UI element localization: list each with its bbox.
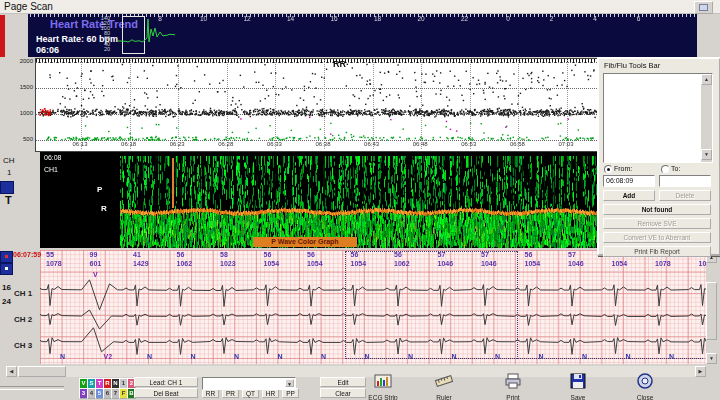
to-radio[interactable] [661, 165, 670, 174]
lead-button[interactable]: Lead: CH 1 [134, 377, 198, 387]
rr-x-tick: 06:58 [504, 141, 530, 147]
beat-rr-value: 1054 [264, 260, 280, 267]
del-beat-button[interactable]: Del Beat [134, 388, 198, 398]
channel-label-ch2[interactable]: CH 2 [14, 315, 32, 324]
rr-x-tick: 06:43 [359, 141, 385, 147]
not-found-button[interactable]: Not found [603, 204, 711, 215]
pwave-caption: P Wave Color Graph [253, 237, 357, 247]
beat-annotation[interactable]: N [147, 353, 152, 360]
rr-x-tick: 06:33 [261, 141, 287, 147]
add-button[interactable]: Add [603, 190, 655, 201]
ruler-button[interactable]: Ruler [422, 373, 466, 397]
ecg-marker-1[interactable] [0, 251, 13, 263]
beat-annotation[interactable]: N [191, 353, 196, 360]
ecg-strip-icon [373, 375, 393, 392]
beat-rr-value: 1023 [220, 260, 236, 267]
spec-gutter-1: 1 [7, 168, 11, 177]
hour-ruler-number: 2 [547, 15, 557, 22]
beat-annotation[interactable]: N [278, 353, 283, 360]
fib-flu-tools-panel: Fib/Flu Tools Bar ▲ ▼ From: To: 06:08:09… [597, 57, 720, 256]
close-button[interactable]: Close [623, 373, 667, 397]
from-time-input[interactable]: 06:08:09 [603, 175, 655, 187]
beat-hr-value: 57 [568, 251, 576, 258]
statusbar-groove [0, 386, 64, 390]
left-marker-stripe [0, 15, 5, 57]
beat-hr-value: 99 [90, 251, 98, 258]
hscroll-thumb[interactable] [18, 366, 66, 377]
beat-annotation[interactable]: N [321, 353, 326, 360]
to-label: To: [671, 165, 680, 172]
close-icon [635, 375, 655, 392]
ecg-strip-time: 06:07:59 [13, 251, 41, 258]
rr-x-tick: 06:53 [456, 141, 482, 147]
print-button[interactable]: Print [491, 373, 535, 397]
ecg-waveforms [40, 266, 706, 364]
scroll-down-icon[interactable]: ▼ [706, 353, 717, 364]
ecg-strip[interactable]: 551078N99601V2411429N561062N581023N56105… [40, 250, 706, 364]
listbox-up-icon[interactable]: ▲ [701, 74, 712, 85]
rr-x-tick: 06:48 [407, 141, 433, 147]
vscroll-thumb[interactable] [706, 282, 717, 340]
ecg-horizontal-scrollbar[interactable]: ◀ ▶ [6, 366, 706, 377]
listbox-down-icon[interactable]: ▼ [701, 149, 712, 160]
beat-rr-value: 1046 [438, 260, 454, 267]
beat-rr-value: 1078 [655, 260, 671, 267]
listbox-scrollbar[interactable]: ▲ ▼ [701, 74, 712, 162]
ecg-strip-label: ECG Strip [361, 394, 405, 400]
selection-trail [517, 358, 703, 359]
ecg-marker-2[interactable] [0, 263, 13, 275]
close-label: Close [623, 394, 667, 400]
print-fib-button[interactable]: Print Fib Report [603, 246, 711, 257]
beat-hr-value: 56 [264, 251, 272, 258]
from-radio[interactable] [604, 165, 613, 174]
selection-right[interactable] [517, 251, 518, 359]
rr-x-tick: 06:38 [310, 141, 336, 147]
rr-y-tick: 500 [6, 136, 33, 142]
save-label: Save [556, 394, 600, 400]
scroll-left-icon[interactable]: ◀ [6, 366, 17, 377]
print-icon [503, 375, 523, 392]
selection-left[interactable] [345, 251, 346, 359]
hr-inset-tick: 20 [98, 46, 110, 52]
delete-button[interactable]: Delete [659, 190, 711, 201]
beat-annotation[interactable]: N [60, 353, 65, 360]
remove-sve-button[interactable]: Remove SVE [603, 218, 711, 229]
hr-trend-minichart[interactable] [118, 16, 184, 56]
clear-button[interactable]: Clear [320, 388, 366, 398]
channel-label-ch1[interactable]: CH 1 [14, 289, 32, 298]
ruler-label: Ruler [422, 394, 466, 400]
save-button[interactable]: Save [556, 373, 600, 397]
beat-rr-value: 1062 [394, 260, 410, 267]
beat-rr-value: 1054 [612, 260, 628, 267]
ecg-strip-button[interactable]: ECG Strip [361, 373, 405, 397]
to-time-input[interactable] [659, 175, 711, 187]
beat-hr-value: 56 [307, 251, 315, 258]
chevron-down-icon[interactable]: ▼ [285, 379, 294, 387]
spec-gutter-t[interactable]: T [5, 194, 12, 206]
ecg-vertical-scrollbar[interactable]: ▲ ▼ [706, 252, 717, 364]
spec-r-label: R [101, 204, 107, 213]
window-button[interactable] [694, 1, 713, 14]
beat-hr-value: 41 [133, 251, 141, 258]
template-combobox[interactable]: ▼ [202, 377, 296, 390]
beat-hr-value: 58 [220, 251, 228, 258]
rr-plot-label: RR [333, 59, 346, 69]
spec-gutter-selected[interactable] [0, 181, 14, 194]
hour-ruler-number: 20 [416, 15, 426, 22]
spec-time: 06:08 [44, 154, 62, 161]
rr-x-tick: 06:18 [116, 141, 142, 147]
v-beat-label[interactable]: V [93, 271, 98, 278]
beat-annotation[interactable]: V2 [104, 353, 113, 360]
fib-listbox[interactable]: ▲ ▼ [603, 73, 713, 163]
beat-annotation[interactable]: N [234, 353, 239, 360]
rr-y-tick: 2000 [6, 58, 33, 64]
scroll-right-icon[interactable]: ▶ [695, 366, 706, 377]
spec-channel: CH1 [44, 166, 58, 173]
convert-ve-button[interactable]: Convert VE to Aberrant [603, 232, 711, 243]
channel-label-ch3[interactable]: CH 3 [14, 341, 32, 350]
beat-rr-value: 1062 [699, 260, 707, 267]
beat-rr-value: 1054 [307, 260, 323, 267]
edit-button[interactable]: Edit [320, 377, 366, 387]
beat-rr-value: 1062 [177, 260, 193, 267]
rr-x-tick: 06:13 [67, 141, 93, 147]
